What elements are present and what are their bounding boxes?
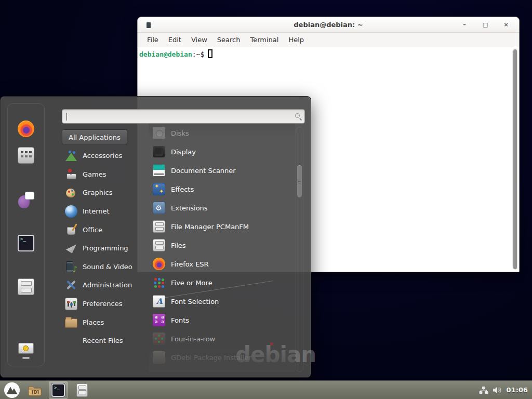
graphics-icon [65,187,77,199]
terminal-titlebar[interactable]: debian@debian: ~ – □ × [138,17,519,33]
fonts-icon [153,314,165,326]
office-icon [65,223,77,236]
file-manager-icon[interactable] [18,278,34,295]
font-selection-icon [153,295,165,308]
window-controls: – □ × [461,17,510,33]
file-cabinet-icon [76,383,88,397]
pidgin-icon[interactable] [18,192,34,208]
menu-help[interactable]: Help [288,36,304,44]
category-preferences[interactable]: Preferences [62,295,147,313]
category-sound-video[interactable]: Sound & Video [62,258,147,276]
category-recent-files[interactable]: Recent Files [62,331,147,350]
search-icon [295,113,300,118]
system-tray: 01:06 [479,386,528,394]
application-menu: debian All Applications [0,96,311,378]
document-scanner-icon [153,164,165,177]
firefox-esr-icon [153,258,165,270]
terminal-icon[interactable] [18,235,34,251]
firefox-icon[interactable] [18,121,34,137]
terminal-cursor [208,49,212,58]
disks-icon [153,127,165,139]
terminal-menubar: File Edit View Search Terminal Help [138,33,519,47]
close-button[interactable]: × [502,22,510,28]
programming-icon [65,242,77,255]
app-effects[interactable]: Effects [149,180,295,198]
extensions-icon [153,202,165,214]
terminal-window-icon [147,22,151,28]
taskbar: [D] 01:06 [0,380,532,399]
app-four-in-a-row[interactable]: Four-in-a-row [149,329,295,348]
category-internet[interactable]: Internet [62,202,147,221]
menu-view[interactable]: View [191,36,207,44]
category-graphics[interactable]: Graphics [62,183,147,202]
category-places[interactable]: Places [62,313,147,331]
display-icon [153,145,165,158]
start-menu-button[interactable] [4,382,20,398]
internet-icon [65,205,77,218]
effects-icon [153,183,165,195]
category-office[interactable]: Office [62,220,147,239]
app-disks[interactable]: Disks [149,124,295,142]
administration-icon [65,279,77,291]
category-games[interactable]: Games [62,165,147,184]
network-icon[interactable] [479,386,488,394]
software-icon[interactable] [18,147,34,164]
accessories-icon [65,150,77,162]
places-folder-icon [65,318,77,328]
app-file-manager-pcmanfm[interactable]: File Manager PCManFM [149,217,295,236]
mountain-logo-icon [4,382,20,398]
pcmanfm-icon [153,220,165,233]
clock[interactable]: 01:06 [507,386,528,394]
category-programming[interactable]: Programming [62,239,147,258]
volume-icon[interactable] [493,386,502,394]
category-administration[interactable]: Administration [62,276,147,295]
menu-edit[interactable]: Edit [168,36,181,44]
prompt-user: debian@debian [139,50,192,58]
app-document-scanner[interactable]: Document Scanner [149,161,295,180]
app-gdebi-package-installer[interactable]: GDebi Package Installer [149,348,295,367]
folder-icon: [D] [28,384,42,396]
menu-scrollbar[interactable] [296,127,303,372]
app-display[interactable]: Display [149,142,295,161]
sound-video-icon [65,260,77,273]
terminal-task-icon [51,383,65,397]
gdebi-icon [153,351,165,364]
app-font-selection[interactable]: Font Selection [149,292,295,311]
files-icon [153,239,165,251]
scrollbar-grip [298,181,301,182]
maximize-button[interactable]: □ [482,22,489,28]
lock-screen-icon[interactable] [18,342,34,359]
terminal-scrollbar[interactable] [512,48,518,270]
app-five-or-more[interactable]: Five or More [149,273,295,292]
desktop-folder-launcher[interactable]: [D] [28,383,42,397]
menu-scrollbar-thumb[interactable] [297,165,302,197]
preferences-icon [65,298,77,310]
minimize-button[interactable]: – [461,22,468,28]
category-list: All Applications Accessories Games Graph… [62,128,147,350]
terminal-scrollbar-thumb[interactable] [513,49,517,269]
folder-badge: [D] [32,390,39,395]
app-fonts[interactable]: Fonts [149,311,295,329]
five-or-more-icon [153,276,165,289]
terminal-title: debian@debian: ~ [294,21,363,29]
prompt-path: :~$ [192,50,204,58]
games-icon [65,168,77,180]
app-files[interactable]: Files [149,236,295,255]
search-input[interactable] [62,109,305,124]
menu-terminal[interactable]: Terminal [250,36,278,44]
desktop-wallpaper: debian@debian: ~ – □ × File Edit View Se… [0,0,532,399]
category-all-applications[interactable]: All Applications [62,129,127,145]
menu-file[interactable]: File [147,36,158,44]
category-accessories[interactable]: Accessories [62,147,147,165]
app-firefox-esr[interactable]: Firefox ESR [149,255,295,273]
menu-search[interactable]: Search [217,36,241,44]
application-list: Disks Display Document Scanner Effects E… [149,124,295,367]
text-caret [66,113,67,121]
file-manager-launcher[interactable] [75,383,89,397]
menu-sidebar [7,103,45,366]
four-in-a-row-icon [153,332,165,345]
taskbar-terminal-task[interactable] [49,381,68,399]
app-extensions[interactable]: Extensions [149,198,295,217]
